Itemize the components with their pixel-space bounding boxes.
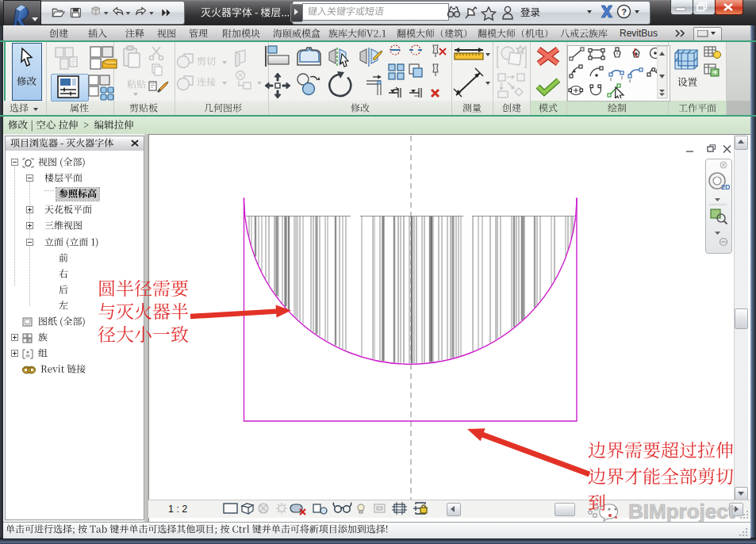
svg-text:BIMproject: BIMproject [628, 500, 735, 523]
svg-text:2D: 2D [721, 183, 730, 191]
svg-text:?: ? [621, 7, 627, 17]
